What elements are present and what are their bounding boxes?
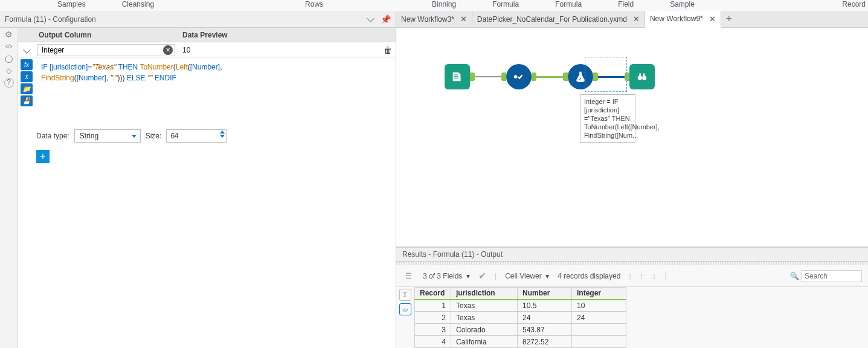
preview-value: 10 xyxy=(182,46,190,54)
table-row[interactable]: 1Texas10.510 xyxy=(415,300,626,312)
column-header[interactable]: Number xyxy=(518,288,572,300)
column-header[interactable]: jurisdiction xyxy=(451,288,518,300)
select-tool[interactable] xyxy=(506,64,532,89)
results-table: RecordjurisdictionNumberInteger 1Texas10… xyxy=(414,287,626,348)
close-tab-icon[interactable]: ✕ xyxy=(460,14,467,24)
svg-point-5 xyxy=(579,79,580,80)
xml-icon[interactable] xyxy=(4,41,14,52)
svg-rect-1 xyxy=(454,76,458,77)
tab-label: New Workflow3* xyxy=(401,15,454,24)
pin-icon[interactable]: 📌 xyxy=(381,14,391,24)
spinner-down-icon[interactable] xyxy=(220,135,225,138)
cell[interactable]: California xyxy=(451,336,518,348)
output-column-input[interactable] xyxy=(37,44,175,56)
table-row[interactable]: 2Texas2424 xyxy=(415,312,626,324)
workflow-tab[interactable]: New Workflow9*✕ xyxy=(645,11,721,28)
sigma-icon[interactable]: Σ xyxy=(399,289,411,301)
new-tab-button[interactable]: + xyxy=(721,13,737,25)
next-icon[interactable]: ↓ xyxy=(652,271,657,281)
cell[interactable]: 543.87 xyxy=(518,324,572,336)
record-number: 1 xyxy=(415,300,451,312)
svg-rect-9 xyxy=(643,74,645,77)
save-button[interactable] xyxy=(21,95,33,106)
size-spinner[interactable]: 64 xyxy=(166,129,227,143)
svg-rect-0 xyxy=(454,74,458,75)
cell[interactable]: Texas xyxy=(451,312,518,324)
records-displayed: 4 records displayed xyxy=(558,272,620,280)
data-type-value: String xyxy=(80,132,98,140)
menu-cleansing[interactable]: Cleansing xyxy=(122,0,154,11)
cell[interactable] xyxy=(572,336,626,348)
table-row[interactable]: 4California8272.52 xyxy=(415,336,626,348)
table-row[interactable]: 3Colorado543.87 xyxy=(415,324,626,336)
menu-record[interactable]: Record xyxy=(842,0,866,11)
menu-rows[interactable]: Rows xyxy=(305,0,323,11)
menu-field[interactable]: Field xyxy=(618,0,634,11)
cell[interactable]: 10 xyxy=(572,300,626,312)
svg-point-3 xyxy=(514,75,518,79)
fields-count[interactable]: 3 of 3 Fields ▾ xyxy=(423,272,470,280)
variable-button[interactable]: X xyxy=(21,71,33,82)
folder-button[interactable] xyxy=(21,83,33,94)
cell[interactable]: 10.5 xyxy=(518,300,572,312)
fx-button[interactable]: fx xyxy=(21,59,33,70)
close-tab-icon[interactable]: ✕ xyxy=(633,14,640,24)
column-header[interactable]: Integer xyxy=(572,288,626,300)
file-icon xyxy=(451,70,464,83)
workflow-canvas[interactable]: Integer = IF [jurisdiction] ="Texas" THE… xyxy=(396,28,868,247)
cell[interactable] xyxy=(572,324,626,336)
collapse-icon[interactable] xyxy=(366,15,375,24)
data-view-icon[interactable]: ▱ xyxy=(399,303,411,315)
cell[interactable]: 24 xyxy=(518,312,572,324)
menu-binning[interactable]: Binning xyxy=(432,0,456,11)
add-formula-button[interactable]: + xyxy=(36,150,50,163)
menu-samples[interactable]: Samples xyxy=(57,0,86,11)
workflow-tab[interactable]: New Workflow3*✕ xyxy=(396,11,472,28)
cell-viewer-dropdown[interactable]: Cell Viewer ▾ xyxy=(505,272,549,280)
help-icon[interactable] xyxy=(4,77,14,88)
cell[interactable]: Colorado xyxy=(451,324,518,336)
formula-editor[interactable]: IF [jurisdiction]="Texas" THEN ToNumber(… xyxy=(35,58,396,124)
config-header: Formula (11) - Configuration 📌 xyxy=(0,11,396,28)
cell[interactable]: Texas xyxy=(451,300,518,312)
workflow-tab-bar: New Workflow3*✕DatePicker_NoCalendar_For… xyxy=(396,11,868,28)
check-dots-icon xyxy=(512,70,526,83)
input-data-tool[interactable] xyxy=(445,64,470,89)
search-icon: 🔍 xyxy=(790,272,799,280)
cell[interactable]: 8272.52 xyxy=(518,336,572,348)
apply-icon[interactable]: ✔ xyxy=(478,270,486,282)
column-header[interactable]: Record xyxy=(415,288,451,300)
tag-icon[interactable] xyxy=(4,65,14,76)
metadata-view-icon[interactable]: ☰ xyxy=(402,270,414,282)
expand-row-icon[interactable] xyxy=(18,46,35,54)
data-type-label: Data type: xyxy=(36,132,69,140)
workflow-tab[interactable]: DatePicker_NoCalendar_For Publication.yx… xyxy=(472,11,645,28)
svg-rect-8 xyxy=(639,74,641,77)
binoculars-icon xyxy=(635,70,649,83)
spinner-up-icon[interactable] xyxy=(220,130,225,134)
gear-icon[interactable] xyxy=(4,29,14,40)
record-number: 4 xyxy=(415,336,451,348)
svg-rect-2 xyxy=(454,78,458,79)
selection-box xyxy=(585,57,627,92)
config-title: Formula (11) - Configuration xyxy=(5,15,96,24)
svg-point-4 xyxy=(580,78,581,79)
columns-header: Output Column Data Preview xyxy=(18,28,396,42)
type-row: Data type: String Size: 64 xyxy=(18,124,396,147)
svg-point-6 xyxy=(638,76,642,80)
data-type-dropdown[interactable]: String xyxy=(74,129,141,143)
menu-formula-1[interactable]: Formula xyxy=(492,0,519,11)
results-search[interactable]: 🔍 xyxy=(790,270,862,282)
menu-formula-2[interactable]: Formula xyxy=(555,0,582,11)
record-number: 2 xyxy=(415,312,451,324)
prev-icon[interactable]: ↑ xyxy=(640,271,644,281)
results-view-strip: Σ ▱ xyxy=(396,287,414,348)
close-tab-icon[interactable]: ✕ xyxy=(709,14,716,24)
search-input[interactable] xyxy=(802,270,862,282)
anchor-icon[interactable] xyxy=(4,53,14,64)
browse-tool[interactable] xyxy=(629,64,655,89)
clear-column-icon[interactable]: ✕ xyxy=(163,45,173,55)
menu-sample[interactable]: Sample xyxy=(670,0,695,11)
cell[interactable]: 24 xyxy=(572,312,626,324)
delete-row-icon[interactable]: 🗑 xyxy=(384,45,392,55)
